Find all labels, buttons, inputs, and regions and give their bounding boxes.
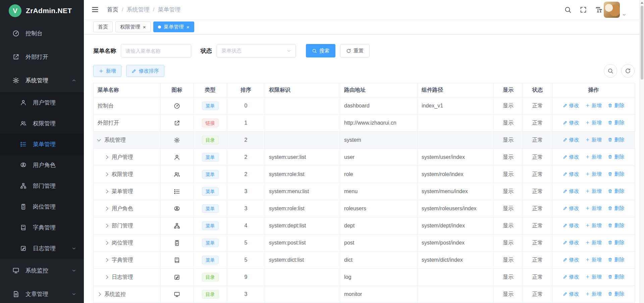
edit-sort-button[interactable]: 修改排序 [126, 65, 164, 77]
menu-icon-cell [161, 132, 194, 149]
delete-link[interactable]: 删除 [608, 120, 624, 126]
app-logo[interactable]: V ZrAdmin.NET [0, 0, 84, 21]
delete-link[interactable]: 删除 [608, 102, 624, 109]
tree-expand-toggle[interactable] [104, 155, 108, 159]
tree-expand-toggle[interactable] [97, 292, 101, 296]
menu-name-input[interactable] [121, 44, 191, 57]
edit-link[interactable]: 修改 [563, 291, 579, 297]
tab[interactable]: 菜单管理× [153, 21, 194, 32]
tree-expand-toggle[interactable] [104, 224, 108, 227]
add-link[interactable]: 新增 [585, 137, 602, 143]
add-link[interactable]: 新增 [585, 274, 602, 280]
visible-cell: 显示 [494, 234, 523, 252]
sidebar-item[interactable]: 岗位管理 [0, 196, 84, 217]
fullscreen-icon[interactable] [580, 6, 587, 13]
sidebar-item[interactable]: 系统管理 [0, 69, 84, 92]
search-button[interactable]: 搜索 [306, 44, 335, 57]
type-tag: 菜单 [202, 256, 219, 264]
toggle-search-button[interactable] [604, 64, 617, 78]
sidebar-item[interactable]: 权限管理 [0, 113, 84, 134]
menu-icon-cell [161, 115, 194, 132]
delete-link[interactable]: 删除 [608, 274, 624, 280]
tree-expand-toggle[interactable] [104, 207, 108, 210]
component-cell [418, 115, 494, 132]
tab[interactable]: 首页 [93, 21, 113, 32]
delete-link[interactable]: 删除 [608, 240, 624, 246]
sidebar-item[interactable]: 系统监控 [0, 259, 84, 282]
tree-expand-toggle[interactable] [104, 189, 108, 193]
sidebar-item[interactable]: 控制台 [0, 21, 84, 45]
delete-link[interactable]: 删除 [608, 188, 624, 194]
sidebar-submenu: 用户管理权限管理菜单管理用户角色部门管理岗位管理字典管理日志管理 [0, 92, 84, 259]
add-link[interactable]: 新增 [585, 240, 602, 246]
search-icon[interactable] [564, 6, 572, 13]
actions-cell: 修改 新增 删除 [552, 166, 635, 183]
menu-name-cell: 岗位管理 [94, 234, 161, 252]
font-size-icon[interactable] [595, 6, 602, 13]
sidebar-item[interactable]: 文章管理 [0, 282, 84, 303]
status-cell: 正常 [523, 166, 552, 183]
hamburger-icon[interactable] [91, 6, 99, 13]
tree-expand-toggle[interactable] [104, 172, 108, 176]
tree-expand-toggle[interactable] [104, 241, 108, 245]
add-link[interactable]: 新增 [585, 171, 602, 177]
edit-link[interactable]: 修改 [563, 120, 579, 126]
breadcrumb-item[interactable]: 系统管理 [127, 6, 150, 13]
add-link[interactable]: 新增 [585, 291, 602, 297]
edit-link[interactable]: 修改 [563, 171, 579, 177]
add-link[interactable]: 新增 [585, 188, 602, 194]
actions-cell: 修改 新增 删除 [552, 200, 635, 217]
sidebar-item[interactable]: 字典管理 [0, 217, 84, 238]
add-link[interactable]: 新增 [585, 102, 602, 109]
reset-button[interactable]: 重置 [340, 44, 370, 57]
tab[interactable]: 权限管理× [115, 21, 151, 32]
edit-link[interactable]: 修改 [563, 137, 579, 143]
edit-link[interactable]: 修改 [563, 274, 579, 280]
edit-link[interactable]: 修改 [563, 240, 579, 246]
edit-link[interactable]: 修改 [563, 102, 579, 109]
tree-expand-toggle[interactable] [104, 258, 108, 262]
add-link[interactable]: 新增 [585, 154, 602, 160]
scrollbar-thumb[interactable] [641, 6, 643, 80]
breadcrumb-item[interactable]: 首页 [107, 6, 118, 13]
edit-link[interactable]: 修改 [563, 222, 579, 229]
delete-link[interactable]: 删除 [608, 154, 624, 160]
component-cell [418, 132, 494, 149]
refresh-button[interactable] [621, 64, 635, 78]
add-link[interactable]: 新增 [585, 222, 602, 229]
sidebar-item[interactable]: 用户管理 [0, 92, 84, 113]
sidebar-item[interactable]: 外部打开 [0, 45, 84, 69]
add-link[interactable]: 新增 [585, 205, 602, 212]
add-button[interactable]: 新增 [93, 65, 121, 77]
edit-link[interactable]: 修改 [563, 188, 579, 194]
sidebar-item[interactable]: 日志管理 [0, 238, 84, 259]
close-icon[interactable]: × [143, 25, 146, 30]
edit-link[interactable]: 修改 [563, 205, 579, 212]
chevron-down-icon[interactable] [622, 12, 627, 18]
add-link[interactable]: 新增 [585, 120, 602, 126]
sidebar-item[interactable]: 用户角色 [0, 155, 84, 175]
delete-link[interactable]: 删除 [608, 257, 624, 263]
close-icon[interactable]: × [186, 25, 190, 30]
avatar[interactable] [604, 2, 620, 18]
delete-link[interactable]: 删除 [608, 205, 624, 212]
user-icon [174, 154, 180, 161]
scrollbar-up-arrow[interactable] [641, 2, 643, 4]
edit-link[interactable]: 修改 [563, 257, 579, 263]
edit-link[interactable]: 修改 [563, 154, 579, 160]
delete-link[interactable]: 删除 [608, 291, 624, 297]
status-select[interactable]: 菜单状态 [217, 44, 296, 57]
sidebar-item[interactable]: 部门管理 [0, 175, 84, 196]
trash-icon [608, 155, 612, 159]
actions-cell: 修改 新增 删除 [552, 97, 635, 115]
scrollbar[interactable] [639, 0, 644, 303]
add-link[interactable]: 新增 [585, 257, 602, 263]
tree-expand-toggle[interactable] [104, 275, 108, 279]
delete-link[interactable]: 删除 [608, 137, 624, 143]
delete-link[interactable]: 删除 [608, 171, 624, 177]
sort-cell: 2 [227, 132, 265, 149]
sidebar-item[interactable]: 菜单管理 [0, 134, 84, 155]
monitor-icon [12, 267, 19, 274]
delete-link[interactable]: 删除 [608, 222, 624, 229]
tree-collapse-toggle[interactable] [97, 137, 101, 141]
